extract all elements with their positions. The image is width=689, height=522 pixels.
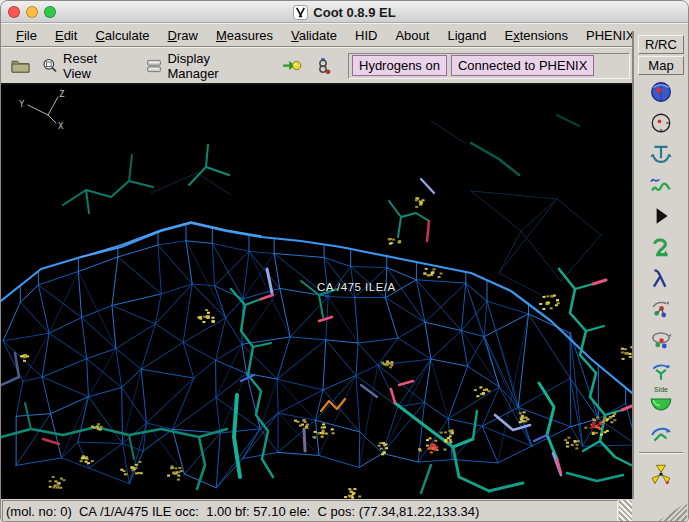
atom-status-text: (mol. no: 0) CA /1/A/475 ILE occ: 1.00 b… — [2, 500, 618, 522]
menu-validate[interactable]: Validate — [282, 26, 346, 45]
picked-atom-label: CA /475 ILE/A — [317, 281, 396, 293]
sidebar-map-button[interactable]: Map — [638, 56, 684, 75]
mutate-icon[interactable] — [646, 460, 676, 487]
display-manager-icon — [146, 58, 162, 74]
window-resize-grip[interactable] — [657, 502, 687, 522]
edit-chi-angles-icon[interactable] — [646, 295, 676, 322]
ligand-molecule-icon — [314, 57, 332, 75]
zoom-reset-icon — [42, 57, 58, 74]
menu-ligand[interactable]: Ligand — [438, 26, 495, 45]
status-bar: (mol. no: 0) CA /1/A/475 ILE occ: 1.00 b… — [1, 499, 634, 522]
hydrogens-status-badge[interactable]: Hydrogens on — [352, 55, 447, 76]
modelling-sidebar: R/RC Map Side — [632, 31, 688, 504]
flip-sidechain-icon[interactable] — [646, 357, 676, 384]
display-manager-label: Display Manager — [167, 51, 259, 81]
refine-zone-icon[interactable] — [646, 171, 676, 198]
window-title-area: Coot 0.8.9 EL — [1, 1, 688, 23]
reset-view-button[interactable]: Reset View — [36, 47, 131, 85]
x11-app-icon — [293, 5, 308, 20]
anchor-icon[interactable] — [646, 140, 676, 167]
menu-measures[interactable]: Measures — [207, 26, 282, 45]
menu-hid[interactable]: HID — [346, 26, 386, 45]
recentre-icon[interactable] — [646, 109, 676, 136]
display-sphere-icon[interactable] — [646, 78, 676, 105]
expand-triangle-icon[interactable] — [646, 202, 676, 229]
electron-density-scene: ZYXCA /475 ILE/A — [1, 85, 632, 499]
main-toolbar: Reset View Display Manager Hydrogens on … — [1, 47, 634, 85]
menu-draw[interactable]: Draw — [159, 26, 207, 45]
title-bar[interactable]: Coot 0.8.9 EL — [1, 1, 688, 23]
window-title: Coot 0.8.9 EL — [313, 5, 395, 20]
go-to-atom-arrow-icon — [281, 58, 302, 73]
side-chain-180-button[interactable]: Side — [646, 388, 676, 415]
reset-view-label: Reset View — [63, 51, 125, 81]
find-ligand-button[interactable] — [308, 53, 338, 79]
statusbar-resize-grip[interactable] — [619, 500, 633, 522]
go-to-atom-button[interactable] — [275, 54, 308, 77]
rotate-translate-icon[interactable] — [646, 419, 676, 446]
open-folder-icon — [11, 58, 30, 74]
menu-bar: FileEditCalculateDrawMeasuresValidateHID… — [1, 23, 688, 47]
coot-window: Coot 0.8.9 EL FileEditCalculateDrawMeasu… — [0, 0, 689, 522]
torsion-general-icon[interactable] — [646, 326, 676, 353]
window-corner — [632, 499, 688, 522]
rotamers-icon[interactable] — [646, 264, 676, 291]
phenix-connection-badge[interactable]: Connected to PHENIX — [451, 55, 594, 76]
menu-calculate[interactable]: Calculate — [86, 26, 158, 45]
sidebar-rrc-button[interactable]: R/RC — [638, 35, 684, 54]
menu-file[interactable]: File — [7, 26, 46, 45]
axis-y-label: Y — [19, 99, 25, 109]
auto-fit-rotamer-icon[interactable] — [646, 233, 676, 260]
axis-z-label: Z — [59, 89, 65, 99]
display-manager-button[interactable]: Display Manager — [140, 47, 265, 85]
graphics-3d-canvas[interactable]: ZYXCA /475 ILE/A — [1, 85, 632, 499]
status-badge-strip: Hydrogens on Connected to PHENIX — [348, 53, 630, 79]
menu-edit[interactable]: Edit — [46, 26, 86, 45]
sidebar-separator — [639, 452, 683, 454]
open-coordinates-button[interactable] — [5, 54, 36, 78]
axis-x-label: X — [58, 121, 64, 131]
menu-extensions[interactable]: Extensions — [495, 26, 577, 45]
menu-about[interactable]: About — [386, 26, 438, 45]
